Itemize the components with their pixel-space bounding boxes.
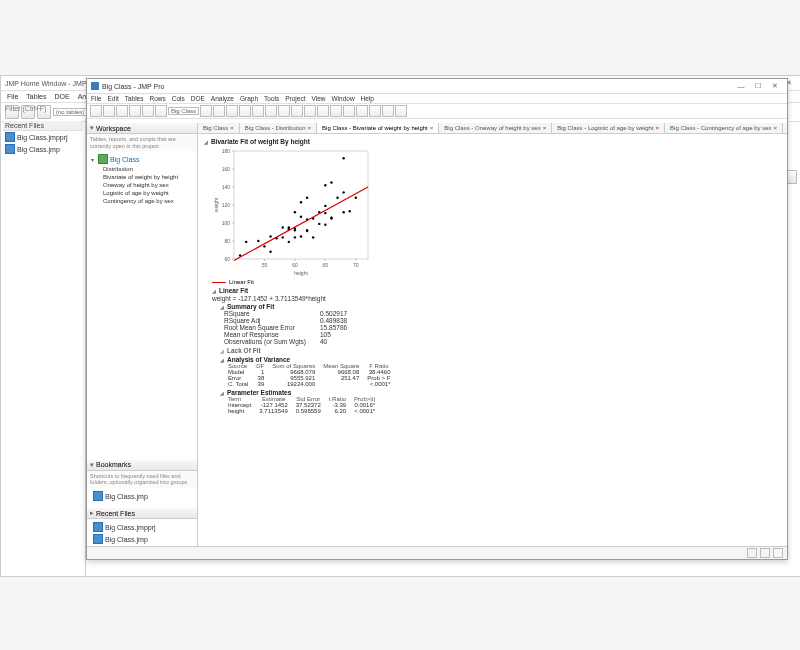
filter-hint: Filter (Ctrl+F): [1, 104, 89, 113]
menu-doe[interactable]: DOE: [191, 95, 205, 102]
svg-point-37: [294, 236, 296, 238]
menu-cols[interactable]: Cols: [172, 95, 185, 102]
tab-close-icon[interactable]: ×: [774, 125, 778, 131]
svg-point-63: [355, 197, 357, 199]
menu-tables[interactable]: Tables: [125, 95, 144, 102]
svg-point-50: [318, 223, 320, 225]
toolbar-button[interactable]: [252, 105, 264, 117]
lack-of-fit-section[interactable]: Lack Of Fit: [220, 347, 781, 354]
active-table-selector[interactable]: Big Class: [168, 107, 199, 115]
tab[interactable]: Big Class - Logistic of age by weight×: [552, 123, 665, 133]
recent-panel-label: Recent Files: [96, 510, 135, 517]
tab-close-icon[interactable]: ×: [656, 125, 660, 131]
tab[interactable]: Big Class - Contingency of age by sex×: [665, 123, 783, 133]
tab[interactable]: Big Class - Bivariate of weight by heigh…: [317, 123, 439, 133]
project-window: Big Class - JMP Pro — ☐ ✕ FileEditTables…: [86, 78, 788, 560]
bookmark-item[interactable]: Big Class.jmp: [91, 490, 193, 502]
summary-row: Observations (or Sum Wgts)40: [224, 338, 781, 345]
collapse-icon[interactable]: ▾: [90, 124, 94, 132]
toolbar-button[interactable]: [239, 105, 251, 117]
workspace-header[interactable]: ▾ Workspace: [87, 123, 197, 134]
menu-analyze[interactable]: Analyze: [211, 95, 234, 102]
toolbar-button[interactable]: [90, 105, 102, 117]
proj-minimize-button[interactable]: —: [733, 81, 749, 91]
tab-label: Big Class - Logistic of age by weight: [557, 125, 653, 131]
tree-root[interactable]: Big Class DistributionBivariate of weigh…: [91, 153, 195, 205]
menu-tables[interactable]: Tables: [26, 93, 46, 100]
toolbar-button[interactable]: [395, 105, 407, 117]
tab[interactable]: Big Class - Oneway of height by sex×: [439, 123, 552, 133]
svg-text:100: 100: [222, 220, 231, 226]
svg-text:160: 160: [222, 166, 231, 172]
zoom-icon[interactable]: [760, 548, 770, 558]
menu-file[interactable]: File: [7, 93, 18, 100]
recent-file[interactable]: Big Class.jmpprj: [3, 131, 83, 143]
toolbar-button[interactable]: [317, 105, 329, 117]
tab-close-icon[interactable]: ×: [543, 125, 547, 131]
svg-point-55: [324, 184, 326, 186]
toolbar-button[interactable]: [265, 105, 277, 117]
toolbar-button[interactable]: [213, 105, 225, 117]
menu-project[interactable]: Project: [285, 95, 305, 102]
home-sidebar: Recent Files Big Class.jmpprjBig Class.j…: [1, 119, 86, 576]
proj-maximize-button[interactable]: ☐: [750, 81, 766, 91]
anova-section[interactable]: Analysis of Variance SourceDFSum of Squa…: [220, 356, 781, 387]
toolbar-button[interactable]: [304, 105, 316, 117]
menu-edit[interactable]: Edit: [107, 95, 118, 102]
toolbar-button[interactable]: [142, 105, 154, 117]
menu-graph[interactable]: Graph: [240, 95, 258, 102]
toolbar-button[interactable]: [369, 105, 381, 117]
params-section[interactable]: Parameter Estimates TermEstimateStd Erro…: [220, 389, 781, 414]
toolbar-button[interactable]: [330, 105, 342, 117]
tab-close-icon[interactable]: ×: [230, 125, 234, 131]
tab[interactable]: Big Class - Distribution×: [240, 123, 317, 133]
grid-icon[interactable]: [773, 548, 783, 558]
toolbar-button[interactable]: [200, 105, 212, 117]
recent-item[interactable]: Big Class.jmpprj: [91, 521, 193, 533]
recent-panel-header[interactable]: ▸ Recent Files: [87, 508, 197, 519]
menu-tools[interactable]: Tools: [264, 95, 279, 102]
recent-item[interactable]: Big Class.jmp: [91, 533, 193, 545]
tree-item[interactable]: Contingency of age by sex: [91, 197, 195, 205]
recent-file[interactable]: Big Class.jmp: [3, 143, 83, 155]
svg-text:140: 140: [222, 184, 231, 190]
toolbar-button[interactable]: [343, 105, 355, 117]
toolbar-button[interactable]: [226, 105, 238, 117]
menu-view[interactable]: View: [311, 95, 325, 102]
scatter-plot[interactable]: 556065706080100120140160180heightweight: [212, 147, 372, 277]
project-toolbar: Big Class: [87, 104, 787, 119]
menu-file[interactable]: File: [91, 95, 101, 102]
toolbar-button[interactable]: [278, 105, 290, 117]
fit-legend[interactable]: Linear Fit: [212, 279, 781, 285]
menu-doe[interactable]: DOE: [55, 93, 70, 100]
summary-section[interactable]: Summary of Fit RSquare0.502917RSquare Ad…: [220, 303, 781, 345]
toolbar-button[interactable]: [291, 105, 303, 117]
toolbar-button[interactable]: [103, 105, 115, 117]
bookmarks-header[interactable]: ▾ Bookmarks: [87, 460, 197, 471]
summary-row: Root Mean Square Error15.85786: [224, 324, 781, 331]
toolbar-button[interactable]: [382, 105, 394, 117]
tab[interactable]: Big Class×: [198, 123, 240, 133]
toolbar-button[interactable]: [116, 105, 128, 117]
tree-item[interactable]: Logistic of age by weight: [91, 189, 195, 197]
tab-close-icon[interactable]: ×: [308, 125, 312, 131]
proj-close-button[interactable]: ✕: [767, 81, 783, 91]
menu-window[interactable]: Window: [331, 95, 354, 102]
summary-row: RSquare Adj0.489838: [224, 317, 781, 324]
collapse-icon[interactable]: ▾: [90, 461, 94, 469]
bivariate-section[interactable]: Bivariate Fit of weight By height 556065…: [204, 138, 781, 285]
toolbar-button[interactable]: [356, 105, 368, 117]
menu-help[interactable]: Help: [361, 95, 374, 102]
toolbar-button[interactable]: [155, 105, 167, 117]
tab-strip: Big Class×Big Class - Distribution×Big C…: [198, 123, 787, 134]
tab-close-icon[interactable]: ×: [430, 125, 434, 131]
tree-item[interactable]: Bivariate of weight by height: [91, 173, 195, 181]
collapse-icon[interactable]: ▸: [90, 509, 94, 517]
linear-fit-section[interactable]: Linear Fit weight = -127.1452 + 3.711354…: [212, 287, 781, 414]
hand-icon[interactable]: [747, 548, 757, 558]
toolbar-button[interactable]: [129, 105, 141, 117]
svg-point-46: [306, 229, 308, 231]
tree-item[interactable]: Distribution: [91, 165, 195, 173]
tree-item[interactable]: Oneway of height by sex: [91, 181, 195, 189]
menu-rows[interactable]: Rows: [149, 95, 165, 102]
